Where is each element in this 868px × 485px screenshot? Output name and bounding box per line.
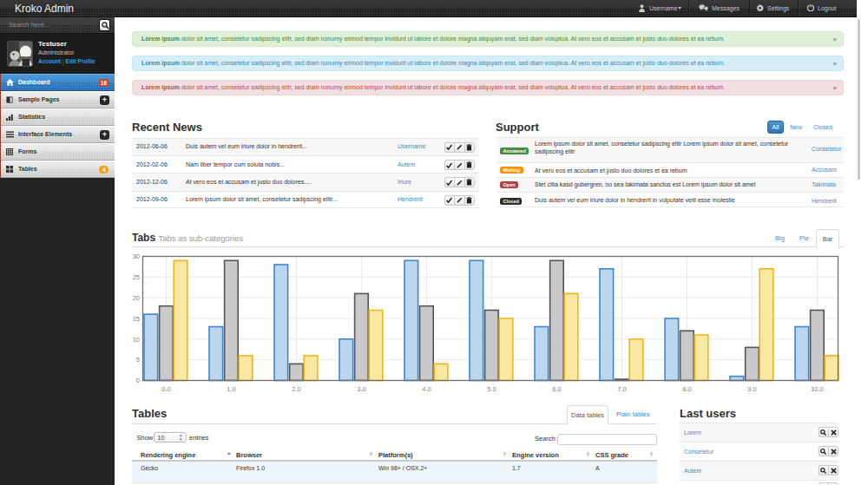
svg-text:3.0: 3.0: [357, 385, 365, 393]
svg-text:4.0: 4.0: [422, 385, 431, 393]
svg-text:1.0: 1.0: [227, 385, 235, 393]
svg-text:15: 15: [133, 315, 140, 323]
svg-text:2.0: 2.0: [292, 385, 300, 393]
svg-text:8.0: 8.0: [682, 385, 691, 393]
svg-text:25: 25: [133, 273, 140, 281]
svg-text:0.0: 0.0: [161, 385, 170, 393]
svg-text:6.0: 6.0: [552, 385, 561, 393]
svg-text:10: 10: [133, 336, 140, 344]
svg-text:5: 5: [136, 356, 140, 364]
svg-text:9.0: 9.0: [747, 385, 756, 393]
svg-text:20: 20: [133, 294, 140, 302]
svg-text:10.0: 10.0: [811, 385, 824, 393]
svg-text:0: 0: [136, 377, 140, 384]
svg-text:5.0: 5.0: [487, 385, 496, 393]
svg-text:7.0: 7.0: [617, 385, 626, 393]
svg-text:30: 30: [133, 252, 140, 260]
